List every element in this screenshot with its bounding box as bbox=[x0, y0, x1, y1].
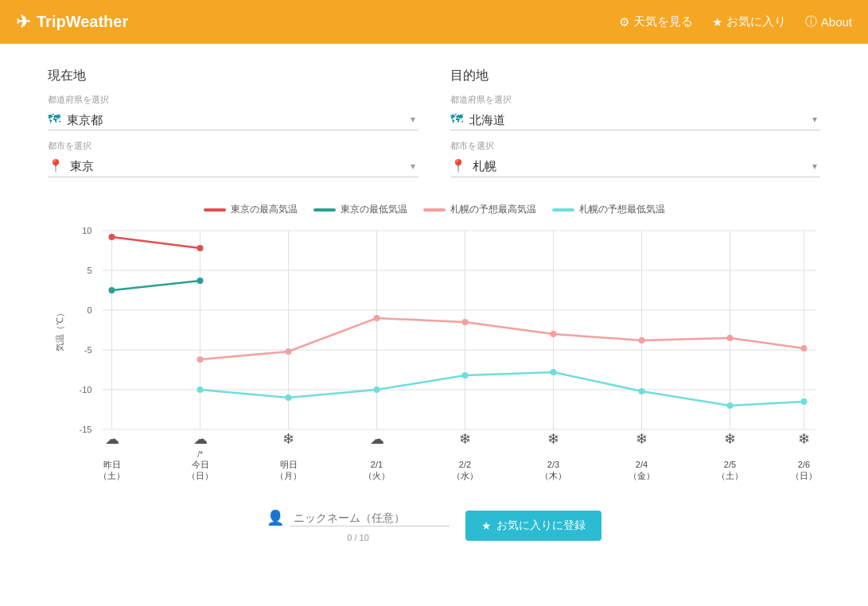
current-location-title: 現在地 bbox=[48, 68, 418, 84]
legend-color-2 bbox=[313, 208, 336, 212]
svg-text:❄: ❄ bbox=[636, 431, 648, 447]
nav-about[interactable]: ⓘ About bbox=[805, 14, 852, 29]
svg-point-25 bbox=[197, 278, 204, 284]
svg-text:（水）: （水） bbox=[452, 471, 478, 480]
dest-prefecture-group: 都道府県を選択 🗺 北海道 ▾ bbox=[450, 94, 821, 130]
location-selectors: 現在地 都道府県を選択 🗺 東京都 ▾ 都市を選択 📍 東京 bbox=[48, 68, 820, 187]
svg-point-31 bbox=[639, 337, 645, 344]
dest-city-select[interactable]: 札幌 bbox=[473, 159, 821, 173]
svg-text:☁: ☁ bbox=[105, 431, 119, 447]
current-prefecture-label: 都道府県を選択 bbox=[48, 94, 418, 106]
favorite-button[interactable]: ★ お気に入りに登録 bbox=[465, 511, 601, 541]
dest-map-icon: 🗺 bbox=[450, 112, 463, 126]
current-city-select-wrapper[interactable]: 📍 東京 ▾ bbox=[48, 155, 418, 177]
svg-text:2/6: 2/6 bbox=[798, 460, 810, 469]
dest-prefecture-select-wrapper[interactable]: 🗺 北海道 ▾ bbox=[450, 109, 821, 130]
svg-text:（土）: （土） bbox=[99, 471, 125, 480]
legend-color-1 bbox=[204, 208, 226, 212]
legend-label-4: 札幌の予想最低気温 bbox=[579, 203, 665, 216]
dest-prefecture-select[interactable]: 北海道 bbox=[469, 113, 821, 126]
legend-item-3: 札幌の予想最高気温 bbox=[423, 203, 536, 216]
svg-text:気温（℃）: 気温（℃） bbox=[55, 309, 64, 352]
svg-text:（金）: （金） bbox=[629, 471, 655, 480]
svg-text:2/4: 2/4 bbox=[636, 460, 648, 469]
nav-weather-label: 天気を見る bbox=[633, 14, 693, 29]
chart-legend: 東京の最高気温 東京の最低気温 札幌の予想最高気温 札幌の予想最低気温 bbox=[48, 203, 820, 216]
header-nav: ⚙ 天気を見る ★ お気に入り ⓘ About bbox=[619, 14, 852, 29]
svg-point-30 bbox=[551, 331, 557, 337]
temperature-chart: 10 5 0 -5 -10 -15 気温（℃） bbox=[48, 223, 820, 493]
svg-text:（月）: （月） bbox=[275, 471, 302, 480]
svg-point-41 bbox=[801, 398, 808, 405]
legend-label-1: 東京の最高気温 bbox=[231, 203, 298, 216]
svg-text:-10: -10 bbox=[80, 385, 92, 394]
dest-city-label: 都市を選択 bbox=[450, 140, 821, 152]
svg-text:10: 10 bbox=[82, 226, 91, 235]
svg-text:昨日: 昨日 bbox=[103, 460, 121, 469]
svg-text:❄: ❄ bbox=[798, 431, 810, 447]
svg-point-22 bbox=[109, 234, 115, 240]
nickname-input-row: 👤 bbox=[267, 509, 450, 526]
star-icon: ★ bbox=[712, 15, 722, 29]
svg-point-37 bbox=[462, 372, 469, 379]
logo-text: TripWeather bbox=[37, 13, 128, 31]
svg-point-23 bbox=[197, 245, 204, 251]
legend-item-2: 東京の最低気温 bbox=[313, 203, 407, 216]
svg-point-26 bbox=[197, 356, 204, 363]
dest-prefecture-label: 都道府県を選択 bbox=[450, 94, 821, 106]
destination-title: 目的地 bbox=[450, 68, 821, 84]
current-prefecture-group: 都道府県を選択 🗺 東京都 ▾ bbox=[48, 94, 418, 130]
plane-icon: ✈ bbox=[16, 12, 30, 33]
bottom-section: 👤 0 / 10 ★ お気に入りに登録 bbox=[48, 509, 820, 558]
svg-text:-15: -15 bbox=[80, 425, 92, 434]
svg-text:（木）: （木） bbox=[540, 471, 566, 480]
svg-point-36 bbox=[374, 387, 380, 393]
nav-favorites-label: お気に入り bbox=[726, 14, 786, 29]
chart-area: 東京の最高気温 東京の最低気温 札幌の予想最高気温 札幌の予想最低気温 bbox=[48, 203, 820, 493]
legend-color-4 bbox=[552, 208, 574, 212]
nickname-input[interactable] bbox=[290, 510, 450, 526]
gear-icon: ⚙ bbox=[619, 15, 629, 29]
svg-point-24 bbox=[109, 287, 115, 293]
legend-label-3: 札幌の予想最高気温 bbox=[450, 203, 536, 216]
star-filled-icon: ★ bbox=[481, 519, 492, 532]
svg-point-27 bbox=[286, 348, 292, 355]
svg-text:-5: -5 bbox=[84, 345, 92, 355]
svg-point-40 bbox=[727, 402, 734, 409]
legend-label-2: 東京の最低気温 bbox=[341, 203, 407, 216]
svg-point-39 bbox=[639, 388, 645, 394]
pin-icon: 📍 bbox=[48, 158, 64, 173]
svg-text:2/3: 2/3 bbox=[547, 460, 559, 469]
svg-point-35 bbox=[286, 394, 292, 401]
svg-text:2/2: 2/2 bbox=[459, 460, 471, 469]
svg-text:❄: ❄ bbox=[547, 431, 559, 447]
nav-weather[interactable]: ⚙ 天気を見る bbox=[619, 14, 693, 29]
svg-point-34 bbox=[197, 387, 204, 393]
current-prefecture-select[interactable]: 東京都 bbox=[67, 113, 418, 126]
info-icon: ⓘ bbox=[805, 14, 817, 29]
dest-city-group: 都市を選択 📍 札幌 ▾ bbox=[450, 140, 821, 177]
svg-text:❄: ❄ bbox=[459, 431, 471, 447]
svg-text:（日）: （日） bbox=[187, 471, 213, 480]
current-location-section: 現在地 都道府県を選択 🗺 東京都 ▾ 都市を選択 📍 東京 bbox=[48, 68, 418, 187]
current-city-select[interactable]: 東京 bbox=[70, 159, 418, 173]
legend-item-4: 札幌の予想最低気温 bbox=[552, 203, 665, 216]
nickname-section: 👤 0 / 10 bbox=[267, 509, 450, 542]
svg-text:2/5: 2/5 bbox=[724, 460, 736, 469]
svg-text:0: 0 bbox=[87, 305, 91, 315]
svg-text:2/1: 2/1 bbox=[371, 460, 383, 469]
svg-text:（土）: （土） bbox=[717, 471, 743, 480]
svg-point-33 bbox=[801, 345, 808, 352]
legend-item-1: 東京の最高気温 bbox=[204, 203, 298, 216]
svg-text:☁: ☁ bbox=[370, 431, 384, 447]
svg-text:❄: ❄ bbox=[724, 431, 736, 447]
svg-text:明日: 明日 bbox=[280, 460, 298, 469]
current-city-label: 都市を選択 bbox=[48, 140, 418, 152]
dest-city-select-wrapper[interactable]: 📍 札幌 ▾ bbox=[450, 155, 821, 177]
user-icon: 👤 bbox=[267, 509, 284, 526]
svg-text:❄: ❄ bbox=[282, 431, 294, 447]
nav-favorites[interactable]: ★ お気に入り bbox=[712, 14, 786, 29]
nickname-counter: 0 / 10 bbox=[347, 533, 369, 542]
svg-text:5: 5 bbox=[87, 266, 91, 275]
current-prefecture-select-wrapper[interactable]: 🗺 東京都 ▾ bbox=[48, 109, 418, 130]
